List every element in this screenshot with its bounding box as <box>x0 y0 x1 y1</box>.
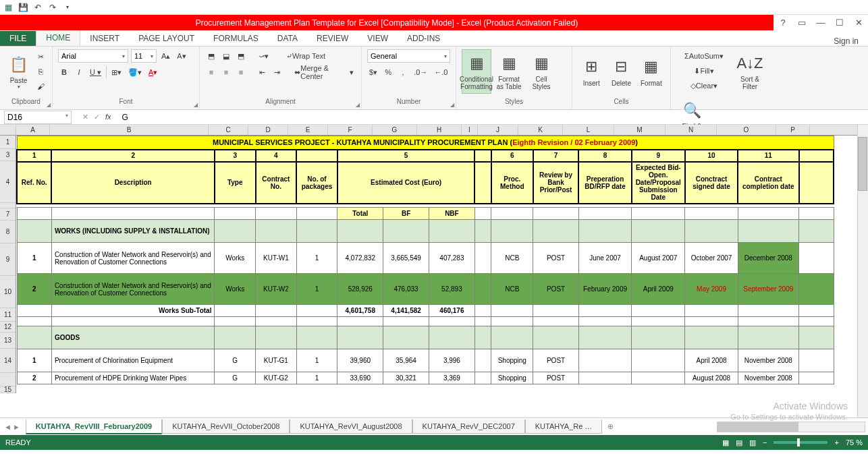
increase-font-icon[interactable]: A▴ <box>159 49 172 63</box>
sheet-tab[interactable]: KUTAHYA_RevVI_August2008 <box>290 420 412 434</box>
sheet-tab[interactable]: KUTAHYA_RevVIII_February2009 <box>26 420 162 434</box>
tab-review[interactable]: REVIEW <box>307 31 358 46</box>
bold-button[interactable]: B <box>58 65 70 79</box>
delete-cells-button[interactable]: ⊟Delete <box>607 49 634 94</box>
align-middle-icon[interactable]: ⬓ <box>220 49 232 63</box>
clear-button[interactable]: ◇ Clear ▾ <box>676 79 732 92</box>
horizontal-scrollbar[interactable] <box>717 422 865 432</box>
fill-button[interactable]: ⬇ Fill ▾ <box>676 64 732 78</box>
view-normal-icon[interactable]: ▦ <box>722 438 729 447</box>
italic-button[interactable]: I <box>73 65 85 79</box>
excel-logo-icon: ▦ <box>3 2 13 13</box>
insert-cells-button[interactable]: ⊞Insert <box>578 49 605 94</box>
tab-data[interactable]: DATA <box>268 31 307 46</box>
group-clipboard: 📋Paste▾ ✂ ⎘ 🖌 Clipboard ◢ <box>0 47 53 109</box>
tab-home[interactable]: HOME <box>36 30 80 46</box>
status-bar: READY ▦ ▤ ▥ − + 75 % <box>0 435 868 450</box>
save-icon[interactable]: 💾 <box>18 2 28 13</box>
align-right-icon[interactable]: ≡ <box>235 65 247 79</box>
group-label: Font <box>58 98 194 107</box>
increase-decimal-icon[interactable]: .0→ <box>412 65 429 79</box>
redo-icon[interactable]: ↷ <box>47 2 58 13</box>
sheet-tab[interactable]: KUTAHYA_RevV_DEC2007 <box>412 420 525 434</box>
tab-formulas[interactable]: FORMULAS <box>204 31 268 46</box>
maximize-icon[interactable]: ☐ <box>830 15 849 30</box>
zoom-in-icon[interactable]: + <box>834 438 838 446</box>
zoom-out-icon[interactable]: − <box>763 438 767 446</box>
sheet-body[interactable]: MUNICIPAL SERVICES PROJECT - KUTAHYA MUN… <box>16 136 857 393</box>
conditional-formatting-button[interactable]: ▦Conditional Formatting <box>462 49 491 94</box>
decrease-indent-icon[interactable]: ⇤ <box>256 65 269 79</box>
tab-page-layout[interactable]: PAGE LAYOUT <box>129 31 204 46</box>
increase-indent-icon[interactable]: ⇥ <box>271 65 283 79</box>
comma-icon[interactable]: , <box>397 65 409 79</box>
quick-access-toolbar: ▦ 💾 ↶ ↷ ▾ <box>0 0 868 15</box>
autosum-button[interactable]: Σ AutoSum ▾ <box>676 49 732 63</box>
undo-icon[interactable]: ↶ <box>32 2 43 13</box>
align-left-icon[interactable]: ≡ <box>205 65 217 79</box>
format-as-table-button[interactable]: ▦Format as Table <box>494 49 524 94</box>
group-alignment: ⬒ ⬓ ⬒ ⤻▾ ⤶ Wrap Text ≡ ≡ ≡ ⇤ ⇥ ⬌ Merge &… <box>200 47 362 109</box>
close-icon[interactable]: ✕ <box>849 15 868 30</box>
group-label: Number <box>367 98 450 107</box>
fill-color-icon[interactable]: 🪣▾ <box>126 65 144 79</box>
cell-styles-button[interactable]: ▦Cell Styles <box>526 49 556 94</box>
group-label: Cells <box>578 98 665 107</box>
help-icon[interactable]: ? <box>774 15 792 30</box>
wrap-text-button[interactable]: ⤶ Wrap Text <box>284 49 327 63</box>
font-color-icon[interactable]: A▾ <box>146 65 159 79</box>
sheet-tab[interactable]: KUTAHYA_Re … <box>525 420 603 434</box>
status-ready: READY <box>5 438 31 446</box>
sheet-tab-bar: ◄► KUTAHYA_RevVIII_February2009 KUTAHYA_… <box>0 417 868 435</box>
paste-button[interactable]: 📋Paste▾ <box>5 49 32 94</box>
underline-button[interactable]: U ▾ <box>88 65 103 79</box>
column-headers[interactable]: ABCDEFGHIJKLMNOP <box>0 125 857 136</box>
sheet-tab[interactable]: KUTAHYA_RevVII_October2008 <box>162 420 290 434</box>
qat-customize-icon[interactable]: ▾ <box>62 2 73 13</box>
ribbon-options-icon[interactable]: ▭ <box>792 15 811 30</box>
align-top-icon[interactable]: ⬒ <box>205 49 217 63</box>
dialog-launcher-icon[interactable]: ◢ <box>194 102 198 108</box>
group-cells: ⊞Insert ⊟Delete ▦Format Cells <box>572 47 671 109</box>
name-box[interactable]: D16▾ <box>4 111 72 124</box>
cut-icon[interactable]: ✂ <box>34 50 47 63</box>
merge-center-button[interactable]: ⬌ Merge & Center ▾ <box>292 65 356 79</box>
tab-insert[interactable]: INSERT <box>80 31 129 46</box>
dialog-launcher-icon[interactable]: ◢ <box>356 102 360 108</box>
zoom-slider[interactable] <box>774 441 828 444</box>
enter-formula-icon[interactable]: ✓ <box>94 113 100 121</box>
tab-addins[interactable]: ADD-INS <box>398 31 450 46</box>
sheet-nav[interactable]: ◄► <box>4 423 20 431</box>
tab-file[interactable]: FILE <box>0 31 36 46</box>
cancel-formula-icon[interactable]: ✕ <box>82 113 88 121</box>
decrease-font-icon[interactable]: A▾ <box>175 49 188 63</box>
dialog-launcher-icon[interactable]: ◢ <box>47 102 51 108</box>
add-sheet-icon[interactable]: ⊕ <box>602 420 619 434</box>
percent-icon[interactable]: % <box>382 65 394 79</box>
borders-icon[interactable]: ⊞▾ <box>109 65 124 79</box>
align-center-icon[interactable]: ≡ <box>220 65 232 79</box>
orientation-icon[interactable]: ⤻▾ <box>256 49 271 63</box>
format-cells-button[interactable]: ▦Format <box>638 49 665 94</box>
accounting-format-icon[interactable]: $▾ <box>367 65 379 79</box>
vertical-scrollbar[interactable] <box>857 125 868 417</box>
font-name-select[interactable]: Arial▾ <box>58 49 128 63</box>
minimize-icon[interactable]: — <box>811 15 830 30</box>
number-format-select[interactable]: General▾ <box>367 49 450 63</box>
align-bottom-icon[interactable]: ⬒ <box>235 49 247 63</box>
font-size-select[interactable]: 11▾ <box>131 49 157 63</box>
tab-view[interactable]: VIEW <box>358 31 398 46</box>
view-pagebreak-icon[interactable]: ▥ <box>749 438 756 447</box>
format-painter-icon[interactable]: 🖌 <box>34 80 47 93</box>
sign-in-link[interactable]: Sign in <box>834 36 859 46</box>
dialog-launcher-icon[interactable]: ◢ <box>450 102 454 108</box>
ribbon: 📋Paste▾ ✂ ⎘ 🖌 Clipboard ◢ Arial▾ 11▾ A▴ … <box>0 47 868 110</box>
view-layout-icon[interactable]: ▤ <box>736 438 742 447</box>
group-styles: ▦Conditional Formatting ▦Format as Table… <box>456 47 572 109</box>
decrease-decimal-icon[interactable]: ←.0 <box>432 65 450 79</box>
row-headers[interactable]: 134789101112131415 <box>0 136 16 393</box>
copy-icon[interactable]: ⎘ <box>34 65 47 78</box>
fx-icon[interactable]: fx <box>105 113 111 121</box>
zoom-level[interactable]: 75 % <box>846 438 863 446</box>
sort-filter-button[interactable]: A↓ZSort & Filter <box>734 49 765 94</box>
